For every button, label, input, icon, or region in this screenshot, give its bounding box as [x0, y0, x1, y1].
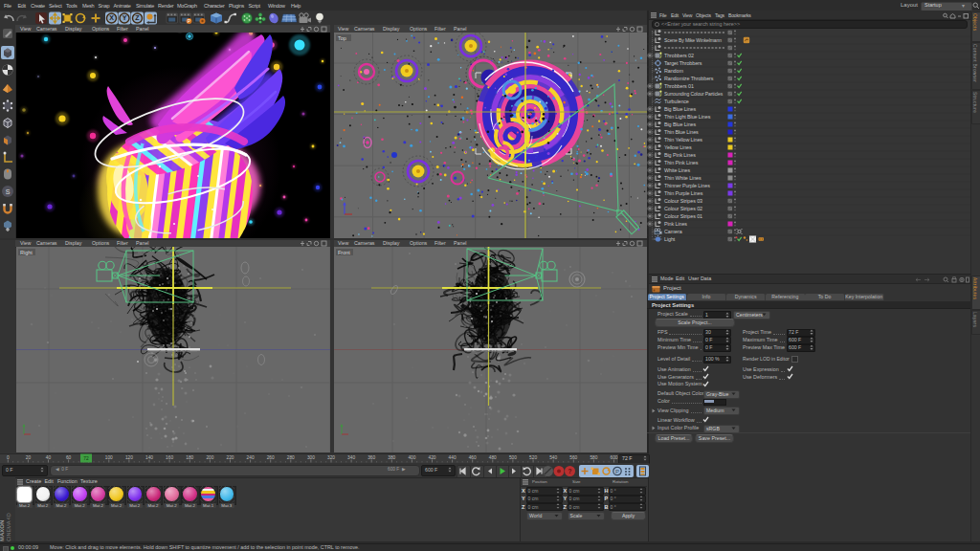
svg-text:Thin Blue Lines: Thin Blue Lines — [664, 129, 699, 135]
svg-text:560: 560 — [569, 455, 577, 460]
svg-text:Colour Stripes 02: Colour Stripes 02 — [664, 206, 702, 211]
svg-text:160: 160 — [166, 455, 173, 460]
svg-text:320: 320 — [327, 455, 335, 460]
svg-text:Throbbers 02: Throbbers 02 — [664, 53, 694, 58]
svg-text:120: 120 — [125, 455, 133, 460]
svg-text:540: 540 — [549, 455, 557, 460]
svg-text:220: 220 — [226, 455, 234, 460]
svg-text:Target Throbbers: Target Throbbers — [664, 60, 702, 66]
svg-text:280: 280 — [287, 455, 295, 460]
svg-text:Y: Y — [122, 14, 127, 21]
svg-text:580: 580 — [590, 455, 597, 460]
svg-text:440: 440 — [449, 455, 457, 460]
svg-text:Thin Light Blue Lines: Thin Light Blue Lines — [664, 114, 711, 120]
svg-text:300: 300 — [307, 455, 315, 460]
svg-text:Thin Pink Lines: Thin Pink Lines — [664, 160, 699, 165]
svg-text:Yellow Lines: Yellow Lines — [664, 144, 692, 150]
svg-text:S: S — [6, 188, 11, 195]
svg-text:360: 360 — [368, 455, 375, 460]
svg-text:Front: Front — [338, 250, 350, 255]
svg-text:Right: Right — [20, 250, 33, 255]
svg-text:Light: Light — [664, 236, 676, 242]
svg-text:180: 180 — [186, 455, 193, 460]
svg-text:20: 20 — [26, 455, 32, 460]
svg-text:P: P — [614, 469, 618, 474]
svg-text:72: 72 — [83, 456, 89, 461]
svg-text:140: 140 — [145, 455, 153, 460]
svg-text:?: ? — [568, 468, 572, 474]
svg-text:60: 60 — [66, 455, 72, 460]
svg-text:520: 520 — [529, 455, 537, 460]
svg-text:0: 0 — [7, 455, 10, 460]
svg-text:480: 480 — [489, 455, 497, 460]
svg-text:Thin Purple Lines: Thin Purple Lines — [664, 190, 703, 196]
svg-text:Thinner Purple Lines: Thinner Purple Lines — [664, 183, 710, 188]
svg-text:Big Blue Lines: Big Blue Lines — [664, 106, 696, 112]
svg-text:600: 600 — [610, 455, 617, 460]
svg-text:420: 420 — [428, 455, 435, 460]
svg-text:40: 40 — [46, 455, 52, 460]
svg-text:Throbbers 01: Throbbers 01 — [664, 83, 694, 89]
svg-text:Surrounding Colour Particles: Surrounding Colour Particles — [664, 91, 724, 97]
svg-text:260: 260 — [267, 455, 275, 460]
svg-text:Thin White Lines: Thin White Lines — [664, 175, 702, 181]
svg-text:100: 100 — [105, 455, 113, 460]
svg-text:White Lines: White Lines — [664, 167, 690, 173]
svg-text:X: X — [109, 14, 114, 21]
svg-text:Randomize Throbbers: Randomize Throbbers — [664, 76, 714, 81]
svg-text:Top: Top — [338, 35, 346, 41]
svg-text:Colour Stripes 01: Colour Stripes 01 — [664, 213, 702, 219]
svg-text:380: 380 — [388, 455, 395, 460]
svg-text:Camera: Camera — [664, 229, 682, 234]
svg-text:Scene By Mike Winkelmann: Scene By Mike Winkelmann — [664, 37, 722, 43]
svg-text:Thin Yellow Lines: Thin Yellow Lines — [664, 137, 702, 143]
svg-text:Colour Stripes 03: Colour Stripes 03 — [664, 198, 702, 204]
svg-text:Big Pink Lines: Big Pink Lines — [664, 152, 696, 158]
svg-text:200: 200 — [206, 455, 213, 460]
svg-text:500: 500 — [509, 455, 517, 460]
svg-text:240: 240 — [247, 455, 255, 460]
svg-text:Pink Lines: Pink Lines — [664, 221, 687, 227]
svg-text:Big Blue Lines: Big Blue Lines — [664, 121, 696, 127]
svg-text:Z: Z — [135, 14, 140, 21]
svg-text:400: 400 — [408, 455, 415, 460]
svg-text:Turbulence: Turbulence — [664, 99, 689, 104]
svg-text:Random: Random — [664, 68, 683, 74]
svg-text:340: 340 — [347, 455, 355, 460]
svg-text:460: 460 — [469, 455, 477, 460]
